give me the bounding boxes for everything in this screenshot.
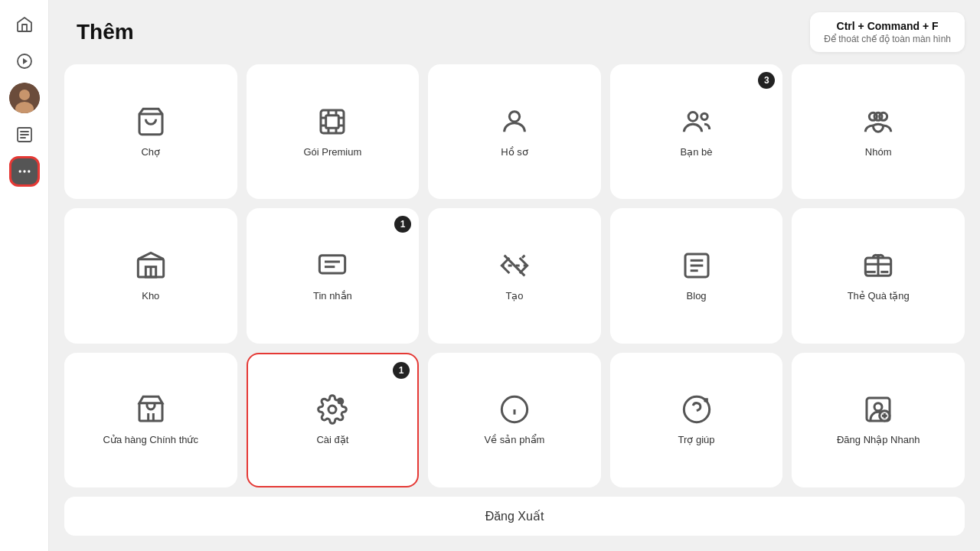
- menu-grid: Chợ Gói Premium: [64, 64, 965, 487]
- sidebar-avatar[interactable]: [9, 83, 40, 113]
- premium-icon: [315, 105, 349, 139]
- page-title: Thêm: [77, 20, 134, 44]
- grid-item-settings[interactable]: 1 Cài đặt: [247, 353, 420, 487]
- logout-button[interactable]: Đăng Xuất: [64, 497, 965, 536]
- logout-row: Đăng Xuất: [64, 497, 965, 536]
- quick-login-icon: [861, 393, 895, 426]
- svg-point-46: [328, 406, 336, 413]
- sidebar: [0, 0, 49, 551]
- profile-icon: [498, 105, 531, 139]
- grid-item-profile[interactable]: Hồ sơ: [428, 64, 601, 199]
- grid-item-product[interactable]: Về sản phẩm: [428, 353, 601, 487]
- grid-label-groups: Nhóm: [865, 146, 892, 159]
- svg-marker-1: [23, 58, 28, 64]
- settings-icon: [315, 393, 349, 426]
- shortcut-key: Ctrl + Command + F: [824, 20, 951, 32]
- grid-item-premium[interactable]: Gói Premium: [247, 64, 420, 199]
- settings-badge: 1: [393, 362, 410, 379]
- grid-label-quicklogin: Đăng Nhập Nhanh: [837, 434, 920, 447]
- create-icon: [498, 249, 531, 282]
- svg-point-57: [874, 403, 882, 411]
- blog-icon: [680, 249, 714, 282]
- grid-label-kho: Kho: [142, 290, 159, 303]
- groups-icon: [861, 105, 895, 139]
- svg-rect-14: [326, 115, 339, 128]
- grid-item-messages[interactable]: 1 Tin nhắn: [247, 208, 420, 343]
- grid-label-messages: Tin nhắn: [313, 290, 352, 303]
- grid-item-shop[interactable]: Cửa hàng Chính thức: [64, 353, 237, 487]
- grid-item-groups[interactable]: Nhóm: [792, 64, 965, 199]
- sidebar-item-home[interactable]: [9, 9, 40, 40]
- svg-rect-32: [320, 256, 345, 273]
- svg-point-23: [509, 111, 519, 121]
- grid-label-friends: Bạn bè: [681, 146, 713, 159]
- grid-item-help[interactable]: Trợ giúp: [610, 353, 783, 487]
- sidebar-item-more[interactable]: [9, 156, 40, 187]
- grid-label-profile: Hồ sơ: [501, 146, 528, 159]
- friends-icon: [680, 105, 714, 139]
- grid-item-gift[interactable]: Thẻ Quà tặng: [792, 208, 965, 343]
- shopping-bag-icon: [134, 105, 168, 139]
- messages-icon: [315, 249, 349, 282]
- grid-item-quicklogin[interactable]: Đăng Nhập Nhanh: [792, 353, 965, 487]
- svg-point-9: [18, 170, 21, 172]
- svg-point-28: [874, 112, 882, 120]
- product-info-icon: [498, 393, 531, 426]
- grid-label-cho: Chợ: [141, 146, 160, 159]
- grid-label-settings: Cài đặt: [316, 434, 348, 447]
- warehouse-icon: [134, 249, 168, 282]
- svg-line-35: [522, 256, 524, 258]
- svg-point-24: [688, 112, 697, 121]
- grid-label-product: Về sản phẩm: [485, 434, 545, 447]
- sidebar-item-notes[interactable]: [9, 119, 40, 150]
- grid-label-shop: Cửa hàng Chính thức: [103, 434, 198, 447]
- svg-rect-13: [321, 110, 344, 133]
- grid-item-blog[interactable]: Blog: [610, 208, 783, 343]
- grid-item-create[interactable]: Tạo: [428, 208, 601, 343]
- grid-item-cho[interactable]: Chợ: [64, 64, 237, 199]
- grid-label-help: Trợ giúp: [678, 434, 715, 447]
- svg-point-10: [23, 170, 25, 172]
- main-content: Thêm Ctrl + Command + F Để thoát chế độ …: [49, 0, 980, 551]
- friends-badge: 3: [758, 72, 775, 89]
- grid-item-friends[interactable]: 3 Bạn bè: [610, 64, 783, 199]
- svg-point-25: [701, 113, 707, 119]
- svg-point-11: [28, 170, 30, 172]
- sidebar-item-play[interactable]: [9, 46, 40, 77]
- shortcut-desc: Để thoát chế độ toàn màn hình: [824, 34, 951, 44]
- grid-item-kho[interactable]: Kho: [64, 208, 237, 343]
- grid-label-create: Tạo: [505, 290, 523, 303]
- shortcut-hint: Ctrl + Command + F Để thoát chế độ toàn …: [810, 12, 965, 52]
- grid-label-gift: Thẻ Quà tặng: [848, 290, 910, 303]
- grid-label-premium: Gói Premium: [303, 146, 361, 159]
- gift-card-icon: [861, 249, 895, 282]
- official-shop-icon: [134, 393, 168, 426]
- page-header: Thêm Ctrl + Command + F Để thoát chế độ …: [64, 0, 965, 64]
- grid-label-blog: Blog: [687, 290, 707, 303]
- messages-badge: 1: [394, 216, 411, 233]
- svg-point-3: [19, 90, 30, 100]
- help-icon: [680, 393, 714, 426]
